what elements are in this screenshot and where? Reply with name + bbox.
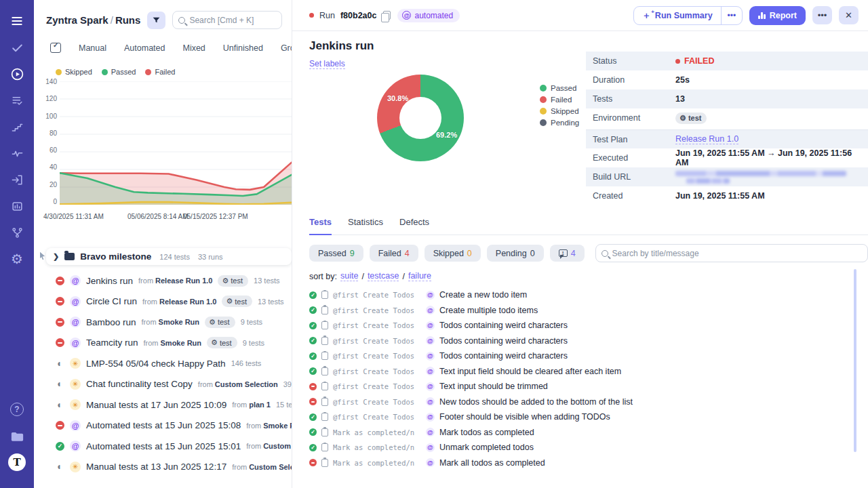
run-title[interactable]: Automated tests at 15 Jun 2025 15:08 xyxy=(86,420,241,430)
tests-check-icon[interactable] xyxy=(5,37,28,58)
test-row[interactable]: Mark as completed/n...Mark all todos as … xyxy=(309,455,868,471)
automated-test-icon xyxy=(426,413,435,422)
tab-unfinished[interactable]: Unfinished xyxy=(223,43,263,53)
test-row[interactable]: @first Create Todos...Text input should … xyxy=(309,379,868,394)
milestone-row[interactable]: ❯ Bravo milestone 124 tests 33 runs xyxy=(46,248,292,265)
run-row[interactable]: Chat functinality test Copy fromCustom S… xyxy=(38,374,292,395)
failed-dot-icon xyxy=(540,96,547,103)
test-row[interactable]: @first Create Todos...Todos containing w… xyxy=(309,333,868,349)
milestone-name[interactable]: Bravo milestone xyxy=(80,251,151,262)
filter-failed[interactable]: Failed4 xyxy=(370,245,418,262)
tab-manual[interactable]: Manual xyxy=(79,43,106,53)
sort-by-suite[interactable]: suite xyxy=(340,271,358,281)
tab-tests[interactable]: Tests xyxy=(309,217,332,235)
runs-play-icon[interactable] xyxy=(5,64,28,84)
tab-defects[interactable]: Defects xyxy=(399,217,429,235)
test-title[interactable]: Todos containing weird characters xyxy=(439,351,568,361)
tab-automated[interactable]: Automated xyxy=(124,43,165,53)
test-title[interactable]: Text input should be trimmed xyxy=(439,382,548,391)
run-row[interactable]: Teamcity run fromSmoke Run test 9 tests xyxy=(38,333,292,354)
run-title[interactable]: Bamboo run xyxy=(86,317,136,327)
run-row[interactable]: Bamboo run fromSmoke Run test 9 tests xyxy=(38,312,292,333)
run-title[interactable]: Manual tests at 13 Jun 2025 12:17 xyxy=(86,462,226,472)
filter-passed[interactable]: Passed9 xyxy=(309,245,363,262)
run-title[interactable]: Manual tests at 17 Jun 2025 10:09 xyxy=(86,400,226,410)
run-title[interactable]: Automated tests at 15 Jun 2025 15:01 xyxy=(86,441,241,451)
run-row[interactable]: LMP-554 05/04 check Happy Path from 146 … xyxy=(38,353,292,374)
tests-scrollbar[interactable] xyxy=(854,269,856,452)
pulse-icon[interactable] xyxy=(5,143,28,163)
menu-icon[interactable] xyxy=(5,11,28,31)
test-suite: @first Create Todos... xyxy=(333,337,416,345)
chevron-right-icon[interactable]: ❯ xyxy=(53,252,59,261)
runs-search-input[interactable] xyxy=(189,16,276,25)
more-options-button[interactable]: ••• xyxy=(812,6,832,24)
help-icon[interactable]: ? xyxy=(5,399,28,420)
test-title[interactable]: Create a new todo item xyxy=(439,290,527,300)
test-title[interactable]: Todos containing weird characters xyxy=(439,321,568,330)
run-title[interactable]: LMP-554 05/04 check Happy Path xyxy=(86,359,226,369)
test-row[interactable]: @first Create Todos...New todos should b… xyxy=(309,394,868,410)
app-logo[interactable]: T xyxy=(5,452,28,472)
sparkle-plus-icon: ＋+ xyxy=(642,11,651,20)
test-row[interactable]: @first Create Todos...Todos containing w… xyxy=(309,348,868,364)
run-from: fromplan 1 xyxy=(232,401,271,409)
breadcrumb-project[interactable]: Zyntra Spark xyxy=(46,14,108,26)
test-title[interactable]: Todos containing weird characters xyxy=(439,336,568,346)
test-title[interactable]: New todos should be added to the bottom … xyxy=(439,397,633,407)
test-row[interactable]: @first Create Todos...Create a new todo … xyxy=(309,287,868,303)
close-run-button[interactable]: ✕ xyxy=(839,6,859,24)
set-labels-link[interactable]: Set labels xyxy=(309,59,345,69)
run-row[interactable]: Circle CI run fromRelease Run 1.0 test 1… xyxy=(38,291,292,312)
select-all-icon[interactable] xyxy=(50,43,61,53)
run-row[interactable]: Automated tests at 15 Jun 2025 15:08 fro… xyxy=(38,415,292,436)
run-row[interactable]: Jenkins run fromRelease Run 1.0 test 13 … xyxy=(38,270,292,291)
filter-comments[interactable]: !4 xyxy=(550,245,585,262)
run-summary-more-button[interactable]: ••• xyxy=(721,7,743,24)
settings-gear-icon[interactable]: ⚙ xyxy=(5,249,28,269)
filter-pending[interactable]: Pending0 xyxy=(487,245,544,262)
branch-icon[interactable] xyxy=(5,222,28,243)
analytics-icon[interactable] xyxy=(5,196,28,216)
run-title[interactable]: Teamcity run xyxy=(86,338,138,348)
list-check-icon[interactable] xyxy=(5,90,28,110)
detail-row-environment: Environment test xyxy=(586,108,868,127)
run-row[interactable]: Manual tests at 17 Jun 2025 10:09 frompl… xyxy=(38,394,292,415)
test-title[interactable]: Mark todos as completed xyxy=(439,428,534,437)
test-title[interactable]: Create multiple todo items xyxy=(439,306,538,315)
run-title[interactable]: Circle CI run xyxy=(86,296,137,306)
tab-mixed[interactable]: Mixed xyxy=(182,43,205,53)
automated-test-icon xyxy=(426,367,435,375)
tab-statistics[interactable]: Statistics xyxy=(348,217,383,235)
test-row[interactable]: Mark as completed/n...Unmark completed t… xyxy=(309,440,868,455)
import-icon[interactable] xyxy=(5,169,28,190)
run-row[interactable]: Manual tests at 13 Jun 2025 12:17 fromCu… xyxy=(38,457,292,478)
test-title[interactable]: Footer should be visible when adding TOD… xyxy=(439,412,610,422)
tests-search-input[interactable] xyxy=(612,249,862,258)
sort-by-failure[interactable]: failure xyxy=(408,271,431,281)
folder-icon[interactable] xyxy=(5,426,28,446)
milestone-tests-count: 124 tests xyxy=(159,253,190,261)
run-row[interactable]: Automated tests at 15 Jun 2025 15:01 fro… xyxy=(38,436,292,457)
steps-icon[interactable] xyxy=(5,117,28,137)
tab-groups[interactable]: Groups xyxy=(281,43,292,53)
sort-by-testcase[interactable]: testcase xyxy=(368,271,399,281)
failed-dot-icon xyxy=(145,69,151,75)
report-button[interactable]: Report xyxy=(749,6,806,25)
test-row[interactable]: @first Create Todos...Todos containing w… xyxy=(309,318,868,333)
test-title[interactable]: Mark all todos as completed xyxy=(439,458,545,468)
y-axis-ticks: 140120100806040200 xyxy=(41,78,60,205)
test-title[interactable]: Text input field should be cleared after… xyxy=(439,367,621,376)
test-plan-link[interactable]: Release Run 1.0 xyxy=(675,134,738,144)
filter-button[interactable] xyxy=(147,12,165,29)
test-row[interactable]: @first Create Todos...Text input field s… xyxy=(309,364,868,380)
run-title[interactable]: Jenkins run xyxy=(86,276,133,286)
filter-skipped[interactable]: Skipped0 xyxy=(425,245,481,262)
test-title[interactable]: Unmark completed todos xyxy=(439,443,534,452)
test-row[interactable]: @first Create Todos...Footer should be v… xyxy=(309,409,868,425)
test-row[interactable]: Mark as completed/n...Mark todos as comp… xyxy=(309,425,868,441)
test-row[interactable]: @first Create Todos...Create multiple to… xyxy=(309,303,868,319)
copy-icon[interactable] xyxy=(383,11,391,20)
run-summary-button[interactable]: ＋+Run Summary xyxy=(634,7,721,24)
run-title[interactable]: Chat functinality test Copy xyxy=(86,379,193,389)
